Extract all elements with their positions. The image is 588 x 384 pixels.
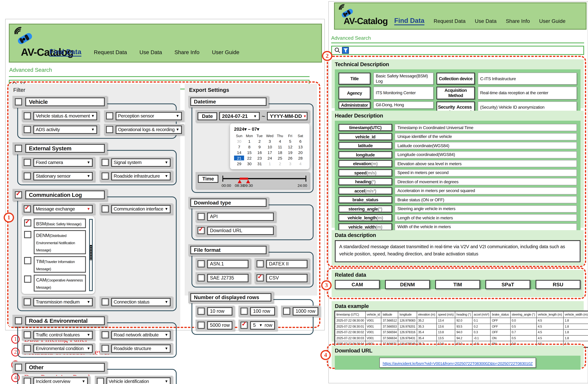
calendar-day-8[interactable]: 8 — [244, 144, 254, 149]
dropdown-fixed-camera[interactable]: Fixed camera▼ — [33, 158, 93, 167]
checkbox[interactable] — [106, 126, 113, 133]
dropdown-vehicle-identification[interactable]: Vehicle identification▼ — [106, 377, 171, 384]
calendar-day-11[interactable]: 11 — [275, 144, 285, 149]
checkbox[interactable] — [283, 307, 290, 315]
option-box-asn-1[interactable]: ASN.1 — [207, 260, 249, 268]
calendar-day-23[interactable]: 23 — [254, 155, 265, 160]
checkbox[interactable] — [24, 126, 31, 133]
calendar-day-19[interactable]: 19 — [285, 150, 295, 155]
calendar-day-24[interactable]: 24 — [265, 155, 275, 160]
filter-group-label[interactable]: Other — [25, 363, 105, 372]
calendar-day-12[interactable]: 12 — [285, 144, 295, 149]
nav-item-use-data[interactable]: Use Data — [475, 18, 497, 24]
checkbox[interactable] — [197, 307, 205, 315]
filter-icon-active[interactable] — [342, 47, 349, 54]
time-handle-end[interactable] — [246, 180, 250, 183]
dropdown-ads-activity[interactable]: ADS activity▼ — [33, 125, 97, 134]
option-box-5000-row[interactable]: 5000 row — [207, 321, 232, 329]
calendar-day-21[interactable]: 21 — [234, 155, 244, 160]
calendar-day-4[interactable]: 4 — [275, 139, 285, 144]
filter-group-label[interactable]: Road & Environmental — [25, 316, 105, 325]
nav-item-share-info[interactable]: Share Info — [174, 49, 200, 55]
calendar-day-31[interactable]: 31 — [254, 161, 265, 166]
calendar-day-3[interactable]: 3 — [285, 161, 295, 166]
dropdown-connection-status[interactable]: Connection status▼ — [111, 298, 171, 306]
dropdown-signal-system[interactable]: Signal system▼ — [111, 158, 171, 167]
checkbox[interactable] — [241, 307, 248, 315]
calendar-day-14[interactable]: 14 — [234, 150, 244, 155]
filter-group-label[interactable]: External System — [25, 144, 105, 153]
dropdown-message-exchange[interactable]: Message exchange▼ — [33, 205, 93, 213]
calendar-day-26[interactable]: 26 — [285, 155, 295, 160]
date-from-dropdown[interactable]: 2024-07-21▼ — [219, 112, 260, 120]
checkbox[interactable] — [24, 276, 31, 283]
calendar-day-4[interactable]: 4 — [295, 161, 306, 166]
calendar-day-17[interactable]: 17 — [265, 150, 275, 155]
related-data-button-denm[interactable]: DENM — [385, 280, 430, 289]
checkbox[interactable] — [24, 345, 31, 352]
option-box-5row[interactable]: 5▼row — [250, 321, 275, 329]
nav-item-user-guide[interactable]: User Guide — [212, 49, 239, 55]
checkbox[interactable] — [15, 145, 22, 152]
dropdown-road-network-attribute[interactable]: Road network attribute▼ — [111, 331, 171, 339]
scrollbar[interactable] — [89, 219, 93, 291]
checkbox[interactable] — [256, 260, 264, 268]
checkbox[interactable] — [15, 364, 22, 371]
message-option-bsm[interactable]: BSM(Basic Safety Message) — [34, 219, 86, 228]
calendar-day-9[interactable]: 9 — [254, 144, 265, 149]
calendar-day-15[interactable]: 15 — [244, 150, 254, 155]
option-box-sae-j2735[interactable]: SAE J2735 — [207, 274, 249, 282]
checkbox[interactable] — [197, 322, 205, 329]
checkbox[interactable] — [102, 298, 109, 306]
checkbox[interactable] — [102, 205, 109, 212]
calendar-month-header[interactable]: 2024▾ – 07▾ — [234, 126, 306, 132]
calendar-day-2[interactable]: 2 — [275, 161, 285, 166]
checkbox[interactable] — [24, 173, 31, 180]
date-picker-calendar[interactable]: 2024▾ – 07▾ SunMonTueWedThuFriSat3012345… — [230, 123, 310, 169]
dropdown-traffic-control-features[interactable]: Traffic control features▼ — [33, 331, 93, 339]
calendar-day-22[interactable]: 22 — [244, 155, 254, 160]
calendar-day-30[interactable]: 30 — [244, 161, 254, 166]
checkbox[interactable] — [106, 112, 113, 119]
message-option-cam[interactable]: CAM(Cooperative Awareness Message) — [34, 275, 86, 291]
checkbox-checked[interactable] — [15, 191, 22, 198]
brand-logo[interactable]: AV-Catalog — [13, 26, 73, 62]
checkbox[interactable] — [197, 260, 205, 268]
calendar-day-16[interactable]: 16 — [254, 150, 265, 155]
option-box-1000-row[interactable]: 1000 row — [293, 307, 318, 315]
related-data-button-cam[interactable]: CAM — [335, 280, 380, 289]
filter-group-label[interactable]: Communication Log — [25, 191, 105, 199]
option-box-datex-ii[interactable]: DATEX II — [266, 260, 308, 268]
calendar-day-13[interactable]: 13 — [295, 144, 306, 149]
checkbox[interactable] — [24, 298, 31, 306]
nav-item-share-info[interactable]: Share Info — [506, 18, 530, 24]
calendar-day-6[interactable]: 6 — [295, 139, 306, 144]
checkbox[interactable] — [97, 378, 104, 384]
checkbox[interactable] — [102, 331, 109, 339]
checkbox[interactable] — [197, 213, 205, 220]
checkbox[interactable] — [24, 112, 31, 119]
checkbox[interactable] — [102, 345, 109, 352]
checkbox[interactable] — [197, 274, 205, 282]
dropdown-roadside-structure[interactable]: Roadside structure▼ — [111, 344, 171, 353]
checkbox[interactable] — [15, 98, 22, 105]
calendar-day-1[interactable]: 1 — [265, 161, 275, 166]
calendar-day-29[interactable]: 29 — [234, 161, 244, 166]
checkbox[interactable] — [24, 159, 31, 166]
checkbox-checked[interactable] — [24, 205, 31, 212]
checkbox-checked[interactable] — [24, 219, 31, 227]
nav-item-use-data[interactable]: Use Data — [139, 49, 162, 55]
calendar-day-28[interactable]: 28 — [295, 155, 306, 160]
checkbox-checked[interactable] — [256, 274, 264, 282]
checkbox[interactable] — [24, 257, 31, 264]
checkbox[interactable] — [102, 173, 109, 180]
calendar-day-10[interactable]: 10 — [265, 144, 275, 149]
dropdown-transmission-medium[interactable]: Transmission medium▼ — [33, 298, 93, 306]
related-data-button-tim[interactable]: TIM — [435, 280, 480, 289]
related-data-button-rsu[interactable]: RSU — [536, 280, 581, 289]
option-box-download-url[interactable]: Download URL — [207, 226, 274, 235]
calendar-day-30[interactable]: 30 — [234, 139, 244, 144]
option-box-api[interactable]: API — [207, 212, 274, 221]
dropdown-environmental-condition[interactable]: Environmental condition▼ — [33, 344, 93, 353]
time-range-slider[interactable]: 00:0008:3009:3024:00 — [222, 175, 307, 188]
